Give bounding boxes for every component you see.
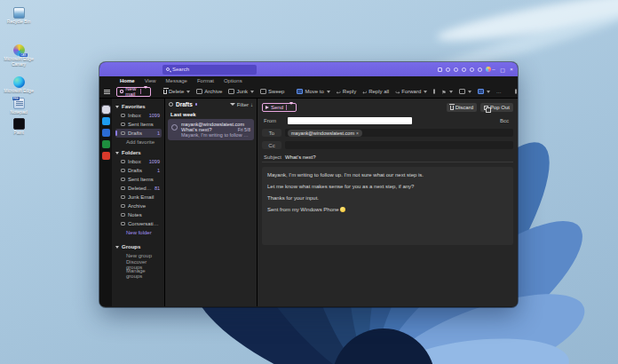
pop-out-button[interactable]: Pop Out — [480, 103, 513, 112]
search-input[interactable]: Search — [162, 65, 257, 75]
pin-button[interactable] — [459, 89, 471, 94]
chevron-down-icon — [115, 152, 119, 154]
sidebar-item-drafts[interactable]: Drafts1 — [115, 129, 162, 138]
tab-options[interactable]: Options — [224, 78, 242, 83]
powerpoint-rail-icon[interactable] — [102, 152, 110, 160]
clock-icon[interactable] — [462, 67, 466, 72]
subject-input[interactable]: What's next? — [285, 154, 316, 160]
from-input[interactable] — [288, 117, 412, 124]
pin-dot-icon — [195, 103, 198, 106]
folder-junk[interactable]: Junk Email — [115, 193, 162, 202]
desktop-icon-paint[interactable]: Paint — [1, 118, 36, 136]
add-favorite-link[interactable]: Add favorite — [115, 138, 162, 146]
manage-groups-link[interactable]: Manage groups — [115, 269, 162, 278]
message-list: Drafts Filter ↓ Last week mayank@windows… — [164, 99, 258, 306]
categorize-icon — [478, 89, 484, 94]
avatar[interactable] — [171, 124, 178, 131]
forward-button[interactable]: ↪Forward — [395, 89, 427, 95]
favorites-header[interactable]: Favorites — [115, 102, 162, 111]
junk-icon — [228, 89, 234, 94]
folder-drafts[interactable]: Drafts1 — [115, 166, 162, 175]
tab-view[interactable]: View — [145, 78, 156, 83]
move-to-button[interactable]: Move to — [297, 89, 329, 94]
new-mail-button[interactable]: New mail — [116, 87, 151, 97]
folder-inbox[interactable]: Inbox1099 — [115, 157, 162, 166]
message-body-editor[interactable]: Mayank, I'm writing to follow up. I'm no… — [262, 167, 513, 245]
delete-button[interactable]: Delete — [163, 89, 190, 94]
body-line: Sent from my Windows Phone — [267, 207, 508, 212]
maximize-button[interactable]: ▢ — [498, 62, 507, 76]
flag-button[interactable]: ⚑ — [441, 89, 452, 95]
tab-format[interactable]: Format — [197, 78, 214, 83]
folder-sidebar: Favorites Inbox1099 Sent Items Drafts1 A… — [112, 99, 164, 306]
desktop-icon-notepad[interactable]: Notepad — [1, 98, 36, 115]
categorize-button[interactable] — [478, 89, 490, 94]
cc-input[interactable] — [285, 141, 513, 149]
filter-icon — [230, 103, 235, 106]
folder-conversation-history[interactable]: Conversation His... — [115, 219, 162, 228]
hamburger-icon[interactable] — [104, 90, 110, 94]
desktop-icon-recycle-bin[interactable]: Recycle Bin — [1, 7, 36, 25]
message-item[interactable]: mayank@windowslatest.com What's next? Fr… — [168, 119, 254, 140]
new-folder-link[interactable]: New folder — [115, 228, 162, 237]
archive-button[interactable]: Archive — [196, 89, 222, 94]
calendar-rail-icon[interactable] — [102, 117, 110, 125]
sync-icon[interactable] — [454, 67, 458, 72]
bcc-toggle[interactable]: Bcc — [500, 118, 511, 123]
more-options-button[interactable]: … — [496, 89, 503, 94]
reply-button[interactable]: ↩Reply — [337, 89, 356, 95]
sidebar-item-inbox[interactable]: Inbox1099 — [115, 111, 162, 120]
groups-header[interactable]: Groups — [115, 242, 162, 251]
close-button[interactable]: × — [507, 62, 516, 76]
folders-header[interactable]: Folders — [115, 148, 162, 157]
mail-rail-icon[interactable] — [102, 106, 110, 114]
people-rail-icon[interactable] — [102, 129, 110, 137]
compose-toolbar: Send Discard Pop Out — [262, 102, 513, 113]
trash-icon — [121, 186, 125, 190]
send-button[interactable]: Send — [262, 103, 297, 112]
sidebar-item-sent[interactable]: Sent Items — [115, 120, 162, 129]
reply-all-button[interactable]: ↩Reply all — [362, 89, 389, 95]
sweep-button[interactable]: Sweep — [260, 89, 284, 94]
body-line: Thanks for your input. — [267, 195, 508, 201]
reading-pane-icon[interactable] — [515, 89, 517, 94]
junk-button[interactable]: Junk — [228, 89, 254, 94]
settings-icon[interactable] — [470, 67, 474, 72]
filter-button[interactable]: Filter ↓ — [230, 102, 253, 107]
excel-rail-icon[interactable] — [102, 140, 110, 148]
read-unread-icon[interactable] — [433, 89, 435, 94]
message-preview: Mayank, I'm writing to follow up. I'm n.… — [181, 132, 250, 138]
desktop-icon-label: Microsoft Edge — [4, 89, 33, 94]
help-icon[interactable] — [478, 67, 482, 72]
desktop-icon-edge-canary[interactable]: Microsoft Edge Canary — [1, 44, 36, 67]
smiley-emoji — [340, 207, 345, 212]
folder-notes[interactable]: Notes — [115, 210, 162, 219]
sent-icon — [121, 178, 125, 181]
paint-icon — [13, 118, 25, 130]
select-all-icon[interactable] — [169, 102, 173, 107]
favorites-section: Favorites Inbox1099 Sent Items Drafts1 A… — [115, 102, 162, 146]
grid-icon[interactable] — [438, 67, 442, 72]
folder-archive[interactable]: Archive — [115, 202, 162, 210]
send-dropdown[interactable] — [286, 105, 293, 110]
to-input[interactable]: mayank@windowslatest.com × — [285, 129, 513, 137]
junk-icon — [121, 195, 125, 199]
minimize-button[interactable]: – — [489, 62, 498, 76]
recycle-bin-icon — [13, 7, 25, 19]
titlebar[interactable]: Search – ▢ × — [99, 62, 518, 76]
recipient-pill[interactable]: mayank@windowslatest.com × — [288, 130, 362, 137]
subject-row: Subject What's next? — [262, 153, 513, 162]
remove-recipient-icon[interactable]: × — [356, 131, 359, 136]
mail-icon — [120, 90, 123, 93]
tab-message[interactable]: Message — [166, 78, 187, 83]
tab-home[interactable]: Home — [120, 78, 135, 83]
drafts-icon — [121, 169, 125, 172]
discard-button[interactable]: Discard — [447, 103, 477, 112]
mail-app-window: Search – ▢ × Home View Message Format Op… — [99, 62, 518, 307]
folder-deleted[interactable]: Deleted Items81 — [115, 184, 162, 193]
message-list-title: Drafts — [176, 101, 193, 107]
new-mail-dropdown[interactable] — [140, 89, 147, 94]
folder-sent[interactable]: Sent Items — [115, 175, 162, 184]
person-icon[interactable] — [446, 67, 450, 72]
desktop-icon-edge[interactable]: Microsoft Edge — [1, 76, 36, 94]
